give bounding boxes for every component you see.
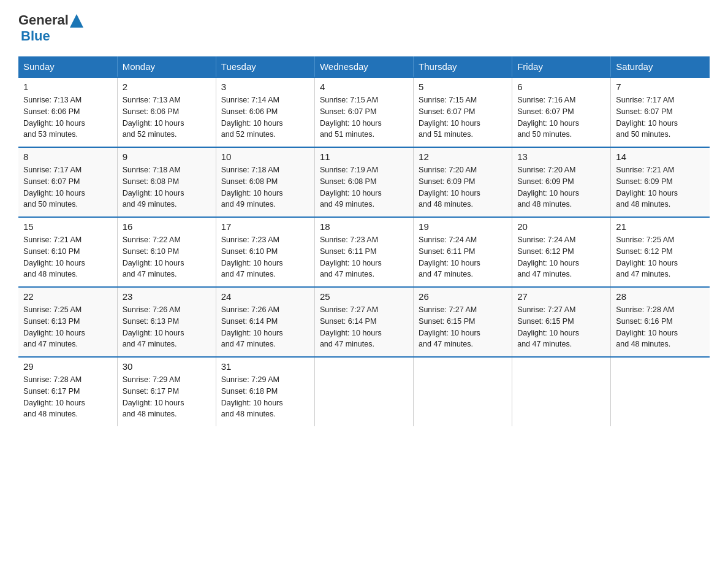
day-info: Sunrise: 7:14 AMSunset: 6:06 PMDaylight:… (221, 94, 309, 140)
day-info: Sunrise: 7:15 AMSunset: 6:07 PMDaylight:… (320, 94, 408, 140)
calendar-cell: 12Sunrise: 7:20 AMSunset: 6:09 PMDayligh… (414, 147, 512, 217)
calendar-week-row: 1Sunrise: 7:13 AMSunset: 6:06 PMDaylight… (18, 77, 710, 147)
day-number: 2 (123, 82, 211, 92)
day-info: Sunrise: 7:29 AMSunset: 6:18 PMDaylight:… (221, 374, 309, 420)
day-number: 9 (123, 151, 211, 162)
calendar-cell: 25Sunrise: 7:27 AMSunset: 6:14 PMDayligh… (314, 287, 413, 357)
day-info: Sunrise: 7:15 AMSunset: 6:07 PMDaylight:… (419, 94, 507, 140)
day-info: Sunrise: 7:17 AMSunset: 6:07 PMDaylight:… (23, 164, 112, 210)
day-number: 22 (23, 291, 112, 302)
calendar-cell: 11Sunrise: 7:19 AMSunset: 6:08 PMDayligh… (314, 147, 413, 217)
day-info: Sunrise: 7:20 AMSunset: 6:09 PMDaylight:… (419, 164, 507, 210)
calendar-week-row: 29Sunrise: 7:28 AMSunset: 6:17 PMDayligh… (18, 357, 710, 426)
day-info: Sunrise: 7:21 AMSunset: 6:10 PMDaylight:… (23, 234, 112, 280)
day-info: Sunrise: 7:27 AMSunset: 6:14 PMDaylight:… (320, 304, 408, 350)
calendar-cell: 5Sunrise: 7:15 AMSunset: 6:07 PMDaylight… (414, 77, 512, 147)
day-info: Sunrise: 7:25 AMSunset: 6:13 PMDaylight:… (23, 304, 112, 350)
day-info: Sunrise: 7:26 AMSunset: 6:14 PMDaylight:… (221, 304, 309, 350)
calendar-cell: 28Sunrise: 7:28 AMSunset: 6:16 PMDayligh… (611, 287, 710, 357)
day-info: Sunrise: 7:13 AMSunset: 6:06 PMDaylight:… (123, 94, 211, 140)
calendar-cell: 29Sunrise: 7:28 AMSunset: 6:17 PMDayligh… (18, 357, 117, 426)
col-saturday: Saturday (611, 56, 710, 77)
day-number: 10 (221, 151, 309, 162)
day-info: Sunrise: 7:21 AMSunset: 6:09 PMDaylight:… (616, 164, 705, 210)
day-info: Sunrise: 7:23 AMSunset: 6:10 PMDaylight:… (221, 234, 309, 280)
day-info: Sunrise: 7:26 AMSunset: 6:13 PMDaylight:… (123, 304, 211, 350)
col-wednesday: Wednesday (314, 56, 413, 77)
day-info: Sunrise: 7:19 AMSunset: 6:08 PMDaylight:… (320, 164, 408, 210)
day-number: 6 (517, 82, 605, 92)
day-number: 8 (23, 151, 112, 162)
day-info: Sunrise: 7:24 AMSunset: 6:12 PMDaylight:… (517, 234, 605, 280)
day-number: 23 (123, 291, 211, 302)
day-number: 28 (616, 291, 705, 302)
day-info: Sunrise: 7:17 AMSunset: 6:07 PMDaylight:… (616, 94, 705, 140)
day-number: 15 (23, 221, 112, 232)
calendar-cell: 31Sunrise: 7:29 AMSunset: 6:18 PMDayligh… (216, 357, 314, 426)
calendar-cell: 1Sunrise: 7:13 AMSunset: 6:06 PMDaylight… (18, 77, 117, 147)
calendar-cell: 4Sunrise: 7:15 AMSunset: 6:07 PMDaylight… (314, 77, 413, 147)
calendar-cell: 13Sunrise: 7:20 AMSunset: 6:09 PMDayligh… (512, 147, 611, 217)
col-tuesday: Tuesday (216, 56, 314, 77)
day-info: Sunrise: 7:23 AMSunset: 6:11 PMDaylight:… (320, 234, 408, 280)
day-number: 14 (616, 151, 705, 162)
day-number: 20 (517, 221, 605, 232)
calendar-week-row: 8Sunrise: 7:17 AMSunset: 6:07 PMDaylight… (18, 147, 710, 217)
day-number: 21 (616, 221, 705, 232)
col-thursday: Thursday (414, 56, 512, 77)
logo-arrow-icon (70, 14, 83, 28)
day-info: Sunrise: 7:20 AMSunset: 6:09 PMDaylight:… (517, 164, 605, 210)
day-number: 18 (320, 221, 408, 232)
day-number: 1 (23, 82, 112, 92)
day-number: 5 (419, 82, 507, 92)
calendar-cell: 14Sunrise: 7:21 AMSunset: 6:09 PMDayligh… (611, 147, 710, 217)
day-info: Sunrise: 7:27 AMSunset: 6:15 PMDaylight:… (419, 304, 507, 350)
calendar-cell (512, 357, 611, 426)
calendar-header-row: Sunday Monday Tuesday Wednesday Thursday… (18, 56, 710, 77)
calendar-cell: 6Sunrise: 7:16 AMSunset: 6:07 PMDaylight… (512, 77, 611, 147)
day-info: Sunrise: 7:18 AMSunset: 6:08 PMDaylight:… (123, 164, 211, 210)
calendar-cell: 15Sunrise: 7:21 AMSunset: 6:10 PMDayligh… (18, 217, 117, 287)
day-number: 29 (23, 361, 112, 372)
day-info: Sunrise: 7:29 AMSunset: 6:17 PMDaylight:… (123, 374, 211, 420)
calendar-cell: 10Sunrise: 7:18 AMSunset: 6:08 PMDayligh… (216, 147, 314, 217)
calendar-cell (414, 357, 512, 426)
calendar-week-row: 15Sunrise: 7:21 AMSunset: 6:10 PMDayligh… (18, 217, 710, 287)
calendar-cell: 18Sunrise: 7:23 AMSunset: 6:11 PMDayligh… (314, 217, 413, 287)
day-info: Sunrise: 7:25 AMSunset: 6:12 PMDaylight:… (616, 234, 705, 280)
day-number: 30 (123, 361, 211, 372)
calendar-cell: 2Sunrise: 7:13 AMSunset: 6:06 PMDaylight… (117, 77, 216, 147)
day-number: 3 (221, 82, 309, 92)
svg-marker-0 (70, 14, 83, 28)
day-number: 16 (123, 221, 211, 232)
logo-blue-text: Blue (18, 28, 83, 44)
day-number: 12 (419, 151, 507, 162)
day-info: Sunrise: 7:18 AMSunset: 6:08 PMDaylight:… (221, 164, 309, 210)
calendar-cell: 21Sunrise: 7:25 AMSunset: 6:12 PMDayligh… (611, 217, 710, 287)
page-header: General Blue (18, 12, 710, 44)
day-number: 13 (517, 151, 605, 162)
col-sunday: Sunday (18, 56, 117, 77)
day-info: Sunrise: 7:22 AMSunset: 6:10 PMDaylight:… (123, 234, 211, 280)
calendar-cell: 20Sunrise: 7:24 AMSunset: 6:12 PMDayligh… (512, 217, 611, 287)
day-info: Sunrise: 7:28 AMSunset: 6:17 PMDaylight:… (23, 374, 112, 420)
day-number: 31 (221, 361, 309, 372)
calendar-cell (314, 357, 413, 426)
calendar-cell: 30Sunrise: 7:29 AMSunset: 6:17 PMDayligh… (117, 357, 216, 426)
col-friday: Friday (512, 56, 611, 77)
day-number: 11 (320, 151, 408, 162)
calendar-cell (611, 357, 710, 426)
calendar-cell: 23Sunrise: 7:26 AMSunset: 6:13 PMDayligh… (117, 287, 216, 357)
calendar-cell: 22Sunrise: 7:25 AMSunset: 6:13 PMDayligh… (18, 287, 117, 357)
calendar-cell: 8Sunrise: 7:17 AMSunset: 6:07 PMDaylight… (18, 147, 117, 217)
day-number: 25 (320, 291, 408, 302)
day-info: Sunrise: 7:24 AMSunset: 6:11 PMDaylight:… (419, 234, 507, 280)
calendar-cell: 17Sunrise: 7:23 AMSunset: 6:10 PMDayligh… (216, 217, 314, 287)
day-info: Sunrise: 7:27 AMSunset: 6:15 PMDaylight:… (517, 304, 605, 350)
day-number: 26 (419, 291, 507, 302)
day-number: 7 (616, 82, 705, 92)
day-number: 24 (221, 291, 309, 302)
day-info: Sunrise: 7:13 AMSunset: 6:06 PMDaylight:… (23, 94, 112, 140)
col-monday: Monday (117, 56, 216, 77)
day-info: Sunrise: 7:16 AMSunset: 6:07 PMDaylight:… (517, 94, 605, 140)
